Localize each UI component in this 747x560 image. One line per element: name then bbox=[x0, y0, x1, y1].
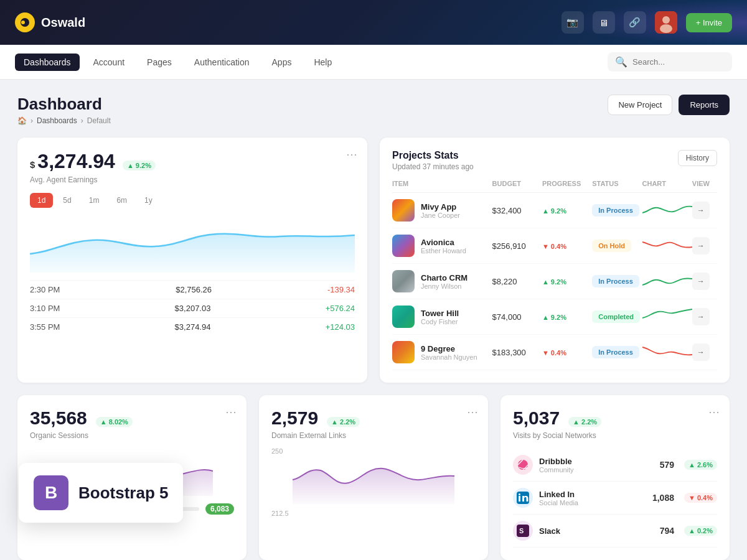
project-item: 9 Degree Savannah Nguyen bbox=[392, 341, 492, 363]
organic-amount-row: 35,568 ▲ 8.02% bbox=[30, 408, 234, 429]
linkedin-change: ▼ 0.4% bbox=[684, 493, 717, 503]
subnav-item-help[interactable]: Help bbox=[305, 54, 341, 71]
view-button[interactable]: → bbox=[692, 202, 710, 219]
page-title: Dashboard bbox=[17, 95, 111, 114]
earnings-value: 3,274.94 bbox=[37, 150, 115, 173]
breadcrumb: 🏠 › Dashboards › Default bbox=[17, 116, 111, 125]
share-icon[interactable]: 🔗 bbox=[624, 11, 646, 34]
projects-title: Projects Stats bbox=[392, 150, 474, 161]
social-row-linkedin: Linked In Social Media 1,088 ▼ 0.4% bbox=[513, 482, 717, 515]
time-filters: 1d 5d 1m 6m 1y bbox=[30, 193, 355, 208]
view-button[interactable]: → bbox=[692, 343, 710, 361]
view-button[interactable]: → bbox=[692, 237, 710, 254]
projects-card: Projects Stats Updated 37 minutes ago Hi… bbox=[380, 138, 730, 383]
organic-change-badge: ▲ 8.02% bbox=[96, 417, 133, 427]
projects-title-area: Projects Stats Updated 37 minutes ago bbox=[392, 150, 474, 171]
earnings-table: 2:30 PM $2,756.26 -139.34 3:10 PM $3,207… bbox=[30, 280, 355, 336]
filter-5d[interactable]: 5d bbox=[55, 193, 78, 208]
invite-button[interactable]: + Invite bbox=[686, 13, 732, 32]
linkedin-info: Linked In Social Media bbox=[539, 490, 578, 506]
table-row: Tower Hill Cody Fisher $74,000 ▲ 9.2% Co… bbox=[392, 299, 717, 335]
page-actions: New Project Reports bbox=[608, 95, 730, 115]
project-info: Mivy App Jane Cooper bbox=[421, 202, 460, 219]
subnav-item-account[interactable]: Account bbox=[85, 54, 134, 71]
earnings-row-1: 2:30 PM $2,756.26 -139.34 bbox=[30, 280, 355, 299]
view-button[interactable]: → bbox=[692, 273, 710, 290]
filter-6m[interactable]: 6m bbox=[109, 193, 134, 208]
subnav-item-authentication[interactable]: Authentication bbox=[186, 54, 258, 71]
search-input[interactable] bbox=[632, 57, 725, 67]
domain-label: Domain External Links bbox=[271, 431, 476, 440]
projects-subtitle: Updated 37 minutes ago bbox=[392, 162, 474, 171]
bootstrap-overlay: B Bootstrap 5 bbox=[19, 463, 183, 523]
social-amount-row: 5,037 ▲ 2.2% bbox=[513, 408, 717, 429]
project-item: Tower Hill Cody Fisher bbox=[392, 306, 492, 328]
domain-change-badge: ▲ 2.2% bbox=[327, 417, 360, 427]
dribbble-info: Dribbble Community bbox=[539, 457, 574, 474]
avatar[interactable] bbox=[655, 11, 677, 34]
reports-button[interactable]: Reports bbox=[679, 95, 730, 115]
domain-more-button[interactable]: ⋯ bbox=[467, 405, 478, 419]
domain-amount-row: 2,579 ▲ 2.2% bbox=[271, 408, 476, 429]
dribbble-change: ▲ 2.6% bbox=[684, 460, 717, 470]
domain-chart bbox=[271, 455, 476, 507]
table-row: Avionica Esther Howard $256,910 ▼ 0.4% O… bbox=[392, 228, 717, 264]
search-bar[interactable]: 🔍 bbox=[608, 52, 732, 72]
subnav-item-apps[interactable]: Apps bbox=[263, 54, 301, 71]
svg-point-4 bbox=[660, 24, 672, 33]
organic-label: Organic Sessions bbox=[30, 431, 234, 440]
earnings-row-2: 3:10 PM $3,207.03 +576.24 bbox=[30, 299, 355, 317]
new-project-button[interactable]: New Project bbox=[608, 95, 672, 115]
mini-chart bbox=[642, 200, 692, 221]
project-info: 9 Degree Savannah Nguyen bbox=[421, 344, 477, 361]
subnav-item-pages[interactable]: Pages bbox=[138, 54, 181, 71]
earnings-row-3: 3:55 PM $3,274.94 +124.03 bbox=[30, 317, 355, 336]
svg-text:S: S bbox=[519, 527, 524, 534]
bootstrap-icon: B bbox=[34, 475, 68, 510]
project-info: Charto CRM Jenny Wilson bbox=[421, 273, 467, 290]
social-row-dribbble: Dribbble Community 579 ▲ 2.6% bbox=[513, 449, 717, 482]
breadcrumb-home-icon: 🏠 bbox=[17, 116, 27, 125]
view-button[interactable]: → bbox=[692, 308, 710, 325]
social-networks-card: ⋯ 5,037 ▲ 2.2% Visits by Social Networks… bbox=[500, 395, 730, 560]
subnav: Dashboards Account Pages Authentication … bbox=[0, 45, 747, 80]
breadcrumb-dashboards[interactable]: Dashboards bbox=[37, 116, 77, 125]
subnav-item-dashboards[interactable]: Dashboards bbox=[15, 54, 80, 71]
linkedin-icon bbox=[513, 488, 533, 508]
social-change-badge: ▲ 2.2% bbox=[568, 417, 601, 427]
filter-1y[interactable]: 1y bbox=[137, 193, 160, 208]
camera-icon[interactable]: 📷 bbox=[561, 11, 584, 34]
search-icon: 🔍 bbox=[615, 56, 627, 68]
logo-text: Oswald bbox=[41, 16, 85, 30]
project-info: Avionica Esther Howard bbox=[421, 238, 466, 254]
filter-1m[interactable]: 1m bbox=[82, 193, 107, 208]
project-thumb bbox=[392, 235, 415, 257]
earnings-card: ⋯ $ 3,274.94 ▲ 9.2% Avg. Agent Earnings … bbox=[17, 138, 367, 383]
topbar: Oswald 📷 🖥 🔗 + Invite bbox=[0, 0, 747, 45]
earnings-label: Avg. Agent Earnings bbox=[30, 175, 355, 184]
social-more-button[interactable]: ⋯ bbox=[708, 405, 720, 419]
project-item: Charto CRM Jenny Wilson bbox=[392, 270, 492, 292]
project-thumb bbox=[392, 270, 415, 292]
organic-more-button[interactable]: ⋯ bbox=[225, 405, 237, 419]
project-thumb bbox=[392, 306, 415, 328]
slack-info: Slack bbox=[539, 526, 560, 536]
mini-chart bbox=[642, 271, 692, 292]
currency-symbol: $ bbox=[30, 159, 35, 170]
slack-icon: S bbox=[513, 521, 533, 541]
history-button[interactable]: History bbox=[678, 150, 717, 166]
mini-chart bbox=[642, 307, 692, 327]
earnings-more-button[interactable]: ⋯ bbox=[346, 147, 357, 161]
table-row: 9 Degree Savannah Nguyen $183,300 ▼ 0.4%… bbox=[392, 335, 717, 370]
filter-1d[interactable]: 1d bbox=[30, 193, 53, 208]
social-value: 5,037 bbox=[513, 408, 560, 429]
table-row: Charto CRM Jenny Wilson $8,220 ▲ 9.2% In… bbox=[392, 264, 717, 299]
mini-chart bbox=[642, 342, 692, 363]
organic-value: 35,568 bbox=[30, 408, 87, 429]
screen-icon[interactable]: 🖥 bbox=[593, 11, 615, 34]
projects-table-header: ITEM BUDGET PROGRESS STATUS CHART VIEW bbox=[392, 180, 717, 193]
project-thumb bbox=[392, 199, 415, 222]
page-header: Dashboard 🏠 › Dashboards › Default New P… bbox=[17, 95, 730, 125]
projects-table: ITEM BUDGET PROGRESS STATUS CHART VIEW M… bbox=[392, 180, 717, 370]
domain-chart-labels: 250 bbox=[271, 447, 476, 455]
